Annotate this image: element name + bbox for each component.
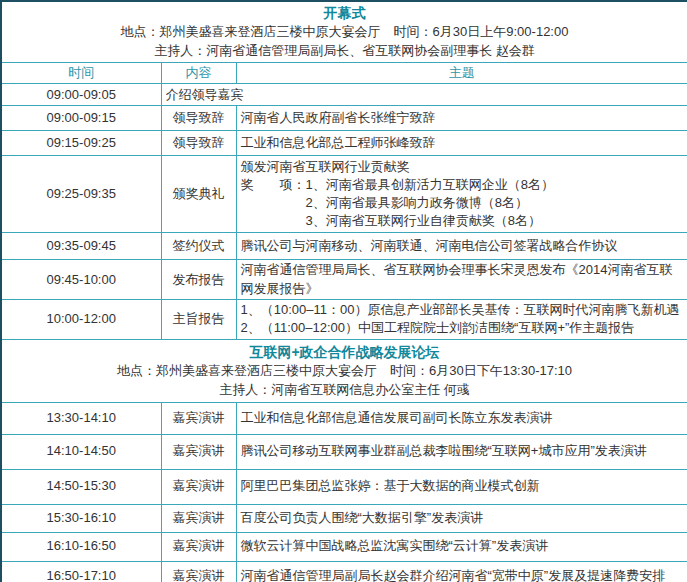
topic-cell: 工业和信息化部总工程师张峰致辞	[236, 131, 687, 156]
time-cell: 10:00-12:00	[1, 300, 161, 339]
time-cell: 09:00-09:15	[1, 106, 161, 131]
time-cell: 09:45-10:00	[1, 260, 161, 300]
topic-cell: 阿里巴巴集团总监张婷：基于大数据的商业模式创新	[236, 469, 687, 504]
table-row: 09:35-09:45 签约仪式 腾讯公司与河南移动、河南联通、河南电信公司签署…	[1, 233, 687, 260]
section-location-line: 地点：郑州美盛喜来登酒店三楼中原大宴会厅 时间：6月30日上午9:00-12:0…	[6, 23, 683, 42]
topic-cell: 腾讯公司移动互联网事业群副总裁李啦围绕“互联网+城市应用”发表演讲	[236, 434, 687, 469]
section-title: 互联网+政企合作战略发展论坛	[6, 342, 683, 362]
column-header-row: 时间 内容 主题	[1, 62, 687, 83]
content-cell: 发布报告	[161, 260, 236, 300]
topic-cell: 河南省人民政府副省长张维宁致辞	[236, 106, 687, 131]
topic-cell: 百度公司负责人围绕“大数据引擎”发表演讲	[236, 504, 687, 532]
time-cell: 09:25-09:35	[1, 156, 161, 233]
section-host-line: 主持人：河南省通信管理局副局长、省互联网协会副理事长 赵会群	[6, 42, 683, 61]
column-header-topic: 主题	[236, 62, 687, 83]
table-row: 16:10-16:50 嘉宾演讲 微软云计算中国战略总监沈寓实围绕“云计算”发表…	[1, 532, 687, 561]
content-cell: 领导致辞	[161, 131, 236, 156]
column-header-content: 内容	[161, 62, 236, 83]
time-cell: 14:50-15:30	[1, 469, 161, 504]
content-cell: 介绍领导嘉宾	[161, 84, 687, 106]
table-row: 16:50-17:10 嘉宾演讲 河南省通信管理局副局长赵会群介绍河南省“宽带中…	[1, 561, 687, 582]
topic-cell: 1、（10:00–11：00）原信息产业部部长吴基传：互联网时代河南腾飞新机遇 …	[236, 300, 687, 339]
table-row: 13:30-14:10 嘉宾演讲 工业和信息化部信息通信发展司副司长陈立东发表演…	[1, 402, 687, 434]
table-row: 14:50-15:30 嘉宾演讲 阿里巴巴集团总监张婷：基于大数据的商业模式创新	[1, 469, 687, 504]
table-row: 09:00-09:15 领导致辞 河南省人民政府副省长张维宁致辞	[1, 106, 687, 131]
time-cell: 13:30-14:10	[1, 402, 161, 434]
topic-cell: 河南省通信管理局副局长赵会群介绍河南省“宽带中原”发展及提速降费安排	[236, 561, 687, 582]
time-cell: 16:50-17:10	[1, 561, 161, 582]
table-row: 09:45-10:00 发布报告 河南省通信管理局局长、省互联网协会理事长宋灵恩…	[1, 260, 687, 300]
time-cell: 09:00-09:05	[1, 84, 161, 106]
topic-cell: 工业和信息化部信息通信发展司副司长陈立东发表演讲	[236, 402, 687, 434]
topic-cell: 腾讯公司与河南移动、河南联通、河南电信公司签署战略合作协议	[236, 233, 687, 260]
topic-cell: 微软云计算中国战略总监沈寓实围绕“云计算”发表演讲	[236, 532, 687, 561]
content-cell: 主旨报告	[161, 300, 236, 339]
time-cell: 09:35-09:45	[1, 233, 161, 260]
section-header-row: 开幕式 地点：郑州美盛喜来登酒店三楼中原大宴会厅 时间：6月30日上午9:00-…	[1, 1, 687, 62]
time-cell: 14:10-14:50	[1, 434, 161, 469]
topic-cell: 颁发河南省互联网行业贡献奖 奖 项：1、河南省最具创新活力互联网企业（8名） 2…	[236, 156, 687, 233]
table-row: 10:00-12:00 主旨报告 1、（10:00–11：00）原信息产业部部长…	[1, 300, 687, 339]
table-row: 14:10-14:50 嘉宾演讲 腾讯公司移动互联网事业群副总裁李啦围绕“互联网…	[1, 434, 687, 469]
content-cell: 嘉宾演讲	[161, 469, 236, 504]
table-row: 09:25-09:35 颁奖典礼 颁发河南省互联网行业贡献奖 奖 项：1、河南省…	[1, 156, 687, 233]
column-header-time: 时间	[1, 62, 161, 83]
content-cell: 嘉宾演讲	[161, 402, 236, 434]
table-row: 09:15-09:25 领导致辞 工业和信息化部总工程师张峰致辞	[1, 131, 687, 156]
agenda-page: 开幕式 地点：郑州美盛喜来登酒店三楼中原大宴会厅 时间：6月30日上午9:00-…	[0, 0, 687, 582]
content-cell: 领导致辞	[161, 106, 236, 131]
topic-cell: 河南省通信管理局局长、省互联网协会理事长宋灵恩发布《2014河南省互联网发展报告…	[236, 260, 687, 300]
time-cell: 09:15-09:25	[1, 131, 161, 156]
content-cell: 嘉宾演讲	[161, 561, 236, 582]
time-cell: 16:10-16:50	[1, 532, 161, 561]
table-row: 09:00-09:05 介绍领导嘉宾	[1, 84, 687, 106]
section-header-forum: 互联网+政企合作战略发展论坛 地点：郑州美盛喜来登酒店三楼中原大宴会厅 时间：6…	[1, 339, 687, 402]
section-header-row: 互联网+政企合作战略发展论坛 地点：郑州美盛喜来登酒店三楼中原大宴会厅 时间：6…	[1, 339, 687, 402]
section-title: 开幕式	[6, 3, 683, 23]
section-host-line: 主持人：河南省互联网信息办公室主任 何彧	[6, 381, 683, 400]
content-cell: 颁奖典礼	[161, 156, 236, 233]
time-cell: 15:30-16:10	[1, 504, 161, 532]
table-row: 15:30-16:10 嘉宾演讲 百度公司负责人围绕“大数据引擎”发表演讲	[1, 504, 687, 532]
section-header-opening: 开幕式 地点：郑州美盛喜来登酒店三楼中原大宴会厅 时间：6月30日上午9:00-…	[1, 1, 687, 62]
agenda-table: 开幕式 地点：郑州美盛喜来登酒店三楼中原大宴会厅 时间：6月30日上午9:00-…	[0, 0, 687, 582]
content-cell: 签约仪式	[161, 233, 236, 260]
section-location-line: 地点：郑州美盛喜来登酒店三楼中原大宴会厅 时间：6月30日下午13:30-17:…	[6, 362, 683, 381]
content-cell: 嘉宾演讲	[161, 504, 236, 532]
content-cell: 嘉宾演讲	[161, 532, 236, 561]
content-cell: 嘉宾演讲	[161, 434, 236, 469]
